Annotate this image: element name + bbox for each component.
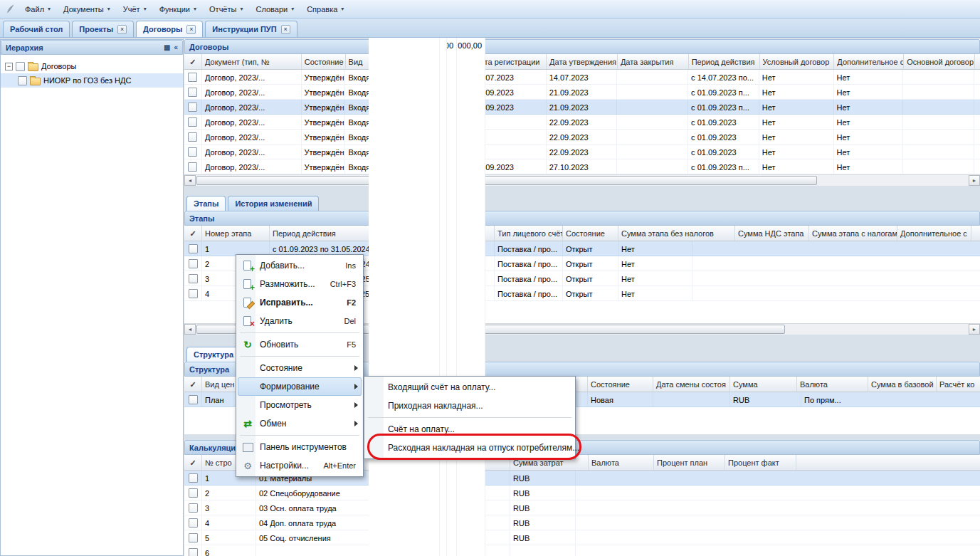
row-checkbox[interactable]: [188, 162, 197, 172]
grid-row[interactable]: Договор, 2023/...УтверждёнВходящий230823…: [184, 145, 980, 159]
grid-row[interactable]: Договор, 2023/...УтверждёнВходящий017310…: [184, 100, 980, 115]
submenu-item-invoice[interactable]: Счёт на оплату...: [366, 420, 574, 439]
menu-functions[interactable]: Функции▾: [153, 2, 203, 16]
column-header[interactable]: Расчёт ко: [937, 377, 980, 392]
menu-item-add[interactable]: Добавить... Ins: [238, 256, 362, 275]
tab-structure[interactable]: Структура: [186, 347, 241, 362]
row-checkbox[interactable]: [188, 132, 197, 142]
column-header[interactable]: Состояние: [302, 54, 346, 69]
column-header[interactable]: Период действия: [689, 54, 760, 69]
select-column-header[interactable]: ✓: [184, 54, 202, 69]
row-checkbox[interactable]: [189, 488, 198, 498]
column-header[interactable]: Сумма этапа без налогов: [618, 226, 735, 241]
column-header[interactable]: Дата смены состоя: [653, 377, 730, 392]
grid-view-icon[interactable]: ▦: [164, 43, 170, 51]
menu-dictionaries[interactable]: Словари▾: [249, 2, 300, 16]
menu-item-duplicate[interactable]: Размножить... Ctrl+F3: [238, 275, 362, 293]
tab-instructions[interactable]: Инструкции ПУП×: [205, 21, 297, 37]
select-column-header[interactable]: ✓: [184, 226, 202, 241]
contracts-horizontal-scrollbar[interactable]: ◄ ►: [184, 174, 980, 186]
column-header[interactable]: Документ (тип, №: [202, 54, 302, 69]
tab-contracts[interactable]: Договоры×: [136, 21, 203, 37]
grid-row[interactable]: 404 Доп. оплата трудаНетКосвенные2 625 0…: [184, 515, 980, 530]
grid-row[interactable]: Договор, 2023/...УтверждёнВходящий017310…: [184, 85, 980, 100]
menu-documents[interactable]: Документы▾: [57, 2, 117, 16]
row-checkbox[interactable]: [189, 395, 198, 404]
column-header[interactable]: Валюта: [797, 377, 868, 392]
column-header[interactable]: Период действия: [270, 226, 382, 241]
row-checkbox[interactable]: [189, 289, 198, 298]
column-header[interactable]: Основной договор: [904, 54, 975, 69]
tab-change-history[interactable]: История изменений: [228, 196, 319, 211]
column-header[interactable]: Тип лицевого счёт: [495, 226, 563, 241]
row-checkbox[interactable]: [189, 533, 198, 542]
tree-node-niokr[interactable]: НИОКР по ГОЗ без НДС: [1, 73, 183, 88]
column-header[interactable]: Сумма: [730, 377, 797, 392]
tree-node-checkbox[interactable]: [18, 76, 27, 85]
column-header[interactable]: [971, 226, 980, 241]
row-checkbox[interactable]: [188, 73, 197, 82]
tree-node-contracts[interactable]: − Договоры: [1, 59, 183, 73]
menu-item-edit[interactable]: Исправить... F2: [238, 293, 362, 312]
select-column-header[interactable]: ✓: [184, 455, 202, 470]
column-header[interactable]: [796, 455, 980, 470]
close-icon[interactable]: ×: [117, 25, 127, 34]
grid-row[interactable]: Договор, 2023/...УтверждёнВходящий017310…: [184, 130, 980, 145]
column-header[interactable]: [975, 54, 980, 69]
grid-row[interactable]: Договор, 2023/...УтверждёнВходящий122.09…: [184, 115, 980, 130]
row-checkbox[interactable]: [188, 88, 197, 97]
grid-row[interactable]: 6: [184, 545, 980, 556]
scroll-left-icon[interactable]: ◄: [184, 324, 196, 335]
grid-row[interactable]: 202 СпецоборудованиеНетПрямые0,00RUB0,00…: [184, 486, 980, 500]
column-header[interactable]: Сумма этапа с налогами: [809, 226, 897, 241]
tab-desktop[interactable]: Рабочий стол: [3, 21, 70, 37]
menu-item-exchange[interactable]: ⇄ Обмен: [238, 414, 362, 433]
row-checkbox[interactable]: [189, 259, 198, 268]
menu-item-refresh[interactable]: ↻ Обновить F5: [238, 335, 362, 354]
row-checkbox[interactable]: [188, 117, 197, 127]
tab-stages[interactable]: Этапы: [186, 196, 226, 211]
column-header[interactable]: Валюта: [589, 455, 654, 470]
menu-help[interactable]: Справка▾: [300, 2, 350, 16]
select-column-header[interactable]: ✓: [184, 377, 202, 392]
menu-accounting[interactable]: Учёт▾: [117, 2, 153, 16]
tree-node-checkbox[interactable]: [16, 62, 25, 71]
menu-file[interactable]: Файл▾: [19, 2, 57, 16]
row-checkbox[interactable]: [189, 473, 198, 483]
column-header[interactable]: Сумма в базовой в: [868, 377, 937, 392]
grid-row[interactable]: 303 Осн. оплата трудаНетПрямые25 000 000…: [184, 500, 980, 515]
column-header[interactable]: Дата утверждения: [547, 54, 618, 69]
menu-item-delete[interactable]: Удалить Del: [238, 312, 362, 330]
menu-item-generation[interactable]: Формирование: [238, 377, 362, 396]
column-header[interactable]: Процент факт: [725, 455, 796, 470]
row-checkbox[interactable]: [189, 274, 198, 283]
scrollbar-thumb[interactable]: [196, 176, 817, 185]
row-checkbox[interactable]: [188, 147, 197, 157]
column-header[interactable]: Сумма НДС этапа: [735, 226, 809, 241]
column-header[interactable]: Процент план: [654, 455, 725, 470]
grid-row[interactable]: Договор, 2023/...УтверждёнВходящий2023/1…: [184, 70, 980, 85]
tab-projects[interactable]: Проекты×: [72, 21, 134, 37]
splitter[interactable]: [184, 186, 980, 194]
column-header[interactable]: Дополнительное с: [834, 54, 904, 69]
scroll-right-icon[interactable]: ►: [969, 324, 980, 335]
submenu-item-outgoing-waybill[interactable]: Расходная накладная на отпуск потребител…: [366, 439, 574, 457]
menu-reports[interactable]: Отчёты▾: [203, 2, 249, 16]
close-icon[interactable]: ×: [186, 25, 196, 34]
column-header[interactable]: Состояние: [563, 226, 618, 241]
menu-item-state[interactable]: Состояние: [238, 359, 362, 377]
submenu-item-incoming-invoice[interactable]: Входящий счёт на оплату...: [366, 378, 574, 397]
scroll-right-icon[interactable]: ►: [969, 175, 980, 186]
column-header[interactable]: Дата закрытия: [618, 54, 689, 69]
submenu-item-incoming-waybill[interactable]: Приходная накладная...: [366, 397, 574, 415]
row-checkbox[interactable]: [189, 503, 198, 513]
close-icon[interactable]: ×: [281, 25, 290, 34]
column-header[interactable]: Состояние: [588, 377, 653, 392]
column-header[interactable]: Дополнительное с: [897, 226, 971, 241]
row-checkbox[interactable]: [188, 103, 197, 112]
row-checkbox[interactable]: [189, 244, 198, 253]
column-header[interactable]: Условный договор: [760, 54, 835, 69]
menu-item-toolbar-panel[interactable]: Панель инструментов: [238, 438, 362, 456]
collapse-panel-icon[interactable]: «: [174, 43, 178, 51]
row-checkbox[interactable]: [189, 548, 198, 556]
